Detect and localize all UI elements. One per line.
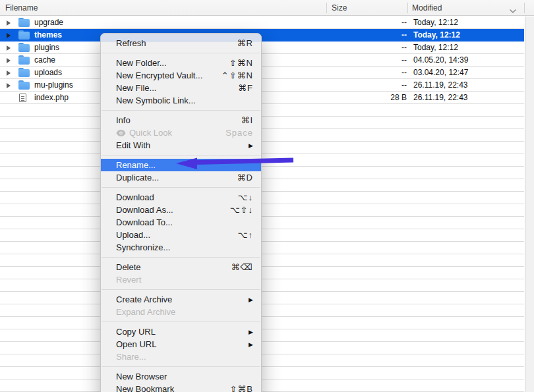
menu-separator [102, 257, 260, 258]
menu-item-upload[interactable]: Upload...⌥↑ [101, 229, 261, 241]
scrollbar-track[interactable] [525, 16, 534, 392]
menu-item-copy-url[interactable]: Copy URL▶ [101, 325, 261, 338]
menu-item-shortcut: ⌘D [237, 173, 253, 182]
menu-item-label: Copy URL [116, 327, 156, 337]
menu-separator [102, 53, 260, 53]
folder-icon [18, 69, 30, 77]
folder-icon [18, 32, 30, 40]
file-row-cache[interactable]: cache--04.05.20, 14:39 [0, 54, 524, 67]
file-row-plugins[interactable]: plugins--Today, 12:12 [0, 42, 524, 54]
file-size: -- [401, 54, 407, 67]
folder-icon [18, 82, 30, 90]
menu-item-share: Share... [101, 350, 261, 363]
file-name: themes [34, 29, 62, 42]
file-modified: 03.04.20, 12:47 [413, 67, 468, 79]
menu-item-new-symbolic-link[interactable]: New Symbolic Link... [101, 94, 261, 107]
menu-item-shortcut: Space [225, 128, 253, 138]
folder-icon [18, 19, 30, 27]
menu-item-expand-archive: Expand Archive [101, 306, 261, 318]
disclosure-triangle-icon[interactable] [7, 83, 11, 88]
file-modified: Today, 12:12 [413, 29, 460, 42]
menu-separator [102, 155, 260, 155]
submenu-arrow-icon: ▶ [249, 142, 253, 149]
file-name: mu-plugins [34, 79, 73, 92]
disclosure-triangle-icon[interactable] [7, 70, 11, 76]
menu-item-shortcut: ⌃⇧⌘N [222, 70, 253, 80]
file-modified: 26.11.19, 22:43 [413, 79, 468, 92]
menu-item-new-bookmark[interactable]: New Bookmark⇧⌘B [101, 383, 261, 392]
file-row-uploads[interactable]: uploads--03.04.20, 12:47 [0, 67, 524, 79]
menu-item-label: Refresh [116, 38, 146, 48]
menu-item-label: New Browser [116, 372, 167, 381]
file-size: -- [401, 29, 407, 42]
menu-item-revert: Revert [101, 273, 261, 286]
menu-item-label: Delete [116, 262, 141, 272]
menu-item-label: Upload... [116, 230, 150, 240]
menu-item-download-as[interactable]: Download As...⌥⇧↓ [101, 204, 261, 216]
menu-item-label: Quick Look [129, 128, 172, 138]
menu-item-refresh[interactable]: Refresh⌘R [101, 37, 261, 49]
menu-item-new-folder[interactable]: New Folder...⇧⌘N [101, 57, 261, 69]
file-modified: Today, 12:12 [413, 42, 458, 54]
file-row-index.php[interactable]: index.php28 B26.11.19, 22:43 [0, 92, 524, 104]
file-modified: 04.05.20, 14:39 [413, 54, 468, 67]
modified-column-header[interactable]: Modified [412, 0, 442, 16]
menu-item-label: New Bookmark [116, 384, 174, 392]
menu-item-delete[interactable]: Delete⌘⌫ [101, 261, 261, 273]
file-row-upgrade[interactable]: upgrade--Today, 12:12 [0, 16, 524, 29]
menu-item-label: Duplicate... [116, 173, 159, 182]
file-list: upgrade--Today, 12:12themes--Today, 12:1… [0, 16, 524, 392]
menu-item-label: Download To... [116, 217, 173, 227]
menu-item-info[interactable]: Info⌘I [101, 114, 261, 126]
menu-item-shortcut: ⇧⌘N [229, 58, 253, 68]
menu-item-synchronize[interactable]: Synchronize... [101, 241, 261, 254]
file-name: cache [34, 54, 55, 67]
filename-column-header[interactable]: Filename [5, 0, 38, 16]
disclosure-triangle-icon[interactable] [7, 58, 11, 63]
disclosure-triangle-icon[interactable] [7, 33, 11, 38]
menu-item-shortcut: ⌘R [237, 38, 253, 48]
menu-item-label: Rename... [116, 160, 156, 170]
file-row-themes[interactable]: themes--Today, 12:12 [0, 29, 524, 42]
context-menu: Refresh⌘RNew Folder...⇧⌘NNew Encrypted V… [100, 33, 262, 392]
menu-item-shortcut: ⇧⌘B [229, 384, 253, 392]
menu-item-create-archive[interactable]: Create Archive▶ [101, 293, 261, 306]
menu-item-label: Share... [116, 352, 146, 362]
file-name: index.php [34, 92, 69, 104]
menu-item-label: Info [116, 115, 131, 125]
menu-item-quick-look: Quick LookSpace [101, 126, 261, 139]
file-browser-window: Filename Size Modified upgrade--Today, 1… [0, 0, 534, 392]
menu-item-download-to[interactable]: Download To... [101, 216, 261, 229]
menu-item-rename[interactable]: Rename... [101, 159, 261, 171]
file-name: plugins [34, 42, 59, 54]
menu-item-label: New Encrypted Vault... [116, 70, 202, 80]
menu-item-label: Open URL [116, 339, 156, 349]
file-row-mu-plugins[interactable]: mu-plugins--26.11.19, 22:43 [0, 79, 524, 92]
menu-item-label: Expand Archive [116, 307, 175, 317]
disclosure-triangle-icon[interactable] [7, 20, 11, 26]
disclosure-triangle-icon[interactable] [7, 45, 11, 51]
file-size: -- [401, 79, 407, 92]
menu-item-shortcut: ⌘⌫ [231, 262, 253, 272]
menu-separator [102, 110, 260, 111]
sort-direction-chevron-down-icon [509, 5, 517, 16]
menu-item-duplicate[interactable]: Duplicate...⌘D [101, 171, 261, 184]
submenu-arrow-icon: ▶ [249, 329, 253, 335]
menu-item-label: New File... [116, 83, 156, 93]
menu-item-label: Download [116, 192, 154, 202]
file-size: 28 B [390, 92, 407, 104]
menu-item-new-browser[interactable]: New Browser [101, 370, 261, 383]
menu-item-new-file[interactable]: New File...⌘F [101, 82, 261, 94]
menu-item-new-encrypted-vault[interactable]: New Encrypted Vault...⌃⇧⌘N [101, 69, 261, 82]
menu-item-edit-with[interactable]: Edit With▶ [101, 139, 261, 152]
file-size: -- [401, 42, 407, 54]
menu-item-shortcut: ⌥⇧↓ [230, 205, 253, 215]
menu-item-download[interactable]: Download⌥↓ [101, 191, 261, 204]
menu-separator [102, 187, 260, 188]
menu-separator [102, 322, 260, 322]
menu-item-open-url[interactable]: Open URL▶ [101, 338, 261, 350]
size-column-header[interactable]: Size [332, 0, 347, 16]
file-size: -- [401, 16, 407, 29]
folder-icon [18, 44, 30, 52]
menu-separator [102, 366, 260, 367]
